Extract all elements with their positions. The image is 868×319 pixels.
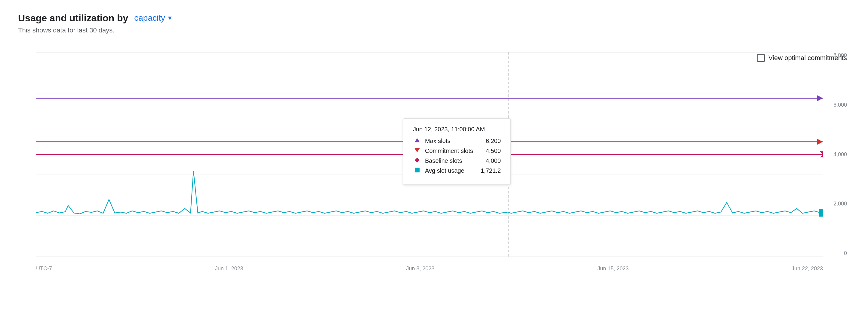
x-label-jun15: Jun 15, 2023 bbox=[597, 265, 629, 287]
tooltip-row-avgusage: Avg slot usage 1,721.2 bbox=[413, 167, 501, 174]
svg-marker-16 bbox=[415, 158, 420, 163]
y-label-8000: 8,000 bbox=[833, 52, 847, 59]
tooltip-label-commitment: Commitment slots bbox=[425, 147, 473, 154]
chart-title: Usage and utilization by bbox=[18, 12, 128, 24]
tooltip-value-avgusage: 1,721.2 bbox=[477, 167, 501, 174]
chart-wrapper: 8,000 6,000 4,000 2,000 0 bbox=[18, 52, 850, 287]
tooltip-value-commitment: 4,500 bbox=[477, 147, 501, 154]
y-label-2000: 2,000 bbox=[833, 201, 847, 207]
triangle-down-icon bbox=[413, 147, 422, 154]
tooltip-value-baseline: 4,000 bbox=[477, 157, 501, 164]
tooltip: Jun 12, 2023, 11:00:00 AM Max slots 6,20… bbox=[403, 118, 511, 185]
svg-rect-17 bbox=[415, 168, 420, 172]
x-axis: UTC-7 Jun 1, 2023 Jun 8, 2023 Jun 15, 20… bbox=[36, 262, 823, 287]
svg-marker-8 bbox=[817, 95, 823, 101]
tooltip-row-maxslots: Max slots 6,200 bbox=[413, 138, 501, 144]
svg-marker-14 bbox=[414, 138, 420, 142]
tooltip-row-baseline: Baseline slots 4,000 bbox=[413, 157, 501, 164]
chart-area: View optimal commitments 8,000 6,000 4,0… bbox=[18, 52, 850, 308]
svg-marker-15 bbox=[414, 148, 420, 152]
tooltip-label-avgusage: Avg slot usage bbox=[425, 167, 473, 174]
chart-header: Usage and utilization by capacity ▼ bbox=[18, 12, 850, 24]
y-label-0: 0 bbox=[844, 250, 847, 256]
tooltip-date: Jun 12, 2023, 11:00:00 AM bbox=[413, 126, 501, 133]
dropdown-label: capacity bbox=[134, 13, 165, 23]
square-icon bbox=[413, 167, 422, 174]
x-label-utc7: UTC-7 bbox=[36, 265, 52, 287]
chart-inner: Jun 12, 2023, 11:00:00 AM Max slots 6,20… bbox=[36, 52, 823, 256]
svg-rect-13 bbox=[819, 209, 823, 217]
chart-subtitle: This shows data for last 30 days. bbox=[18, 27, 850, 34]
main-container: Usage and utilization by capacity ▼ This… bbox=[0, 0, 868, 319]
capacity-dropdown[interactable]: capacity ▼ bbox=[132, 12, 175, 24]
y-label-4000: 4,000 bbox=[833, 151, 847, 158]
tooltip-row-commitment: Commitment slots 4,500 bbox=[413, 147, 501, 154]
triangle-up-icon bbox=[413, 138, 422, 144]
y-label-6000: 6,000 bbox=[833, 102, 847, 108]
diamond-icon bbox=[413, 157, 422, 164]
tooltip-value-maxslots: 6,200 bbox=[477, 138, 501, 144]
svg-marker-10 bbox=[817, 139, 823, 145]
x-label-jun22: Jun 22, 2023 bbox=[792, 265, 823, 287]
tooltip-label-maxslots: Max slots bbox=[425, 138, 473, 144]
chevron-down-icon: ▼ bbox=[167, 15, 173, 22]
x-label-jun8: Jun 8, 2023 bbox=[406, 265, 434, 287]
x-label-jun1: Jun 1, 2023 bbox=[215, 265, 243, 287]
tooltip-label-baseline: Baseline slots bbox=[425, 157, 473, 164]
y-axis: 8,000 6,000 4,000 2,000 0 bbox=[826, 52, 850, 256]
